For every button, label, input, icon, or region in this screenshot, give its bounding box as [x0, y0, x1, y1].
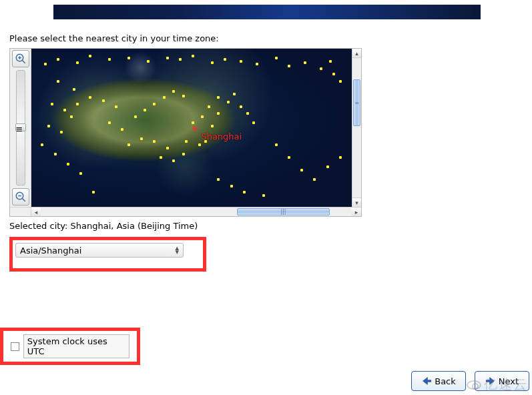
- city-dot[interactable]: [240, 105, 242, 108]
- map-horizontal-scrollbar[interactable]: ◂ ||| ▸: [10, 207, 361, 216]
- dropdown-chevron-icon: ▴▾: [175, 246, 179, 254]
- city-dot[interactable]: [54, 153, 57, 155]
- city-dot[interactable]: [60, 131, 63, 133]
- zoom-slider-thumb[interactable]: ≡: [15, 123, 26, 131]
- city-dot[interactable]: [192, 55, 194, 57]
- city-dot[interactable]: [339, 80, 342, 83]
- city-dot[interactable]: [252, 121, 255, 124]
- city-dot[interactable]: [304, 61, 306, 64]
- city-dot[interactable]: [256, 63, 258, 65]
- city-dot[interactable]: [243, 191, 246, 193]
- city-dot[interactable]: [115, 105, 117, 108]
- arrow-left-icon: [421, 376, 432, 386]
- vertical-scroll-thumb[interactable]: ≡: [353, 79, 360, 126]
- zoom-controls: ≡: [10, 49, 31, 207]
- city-dot[interactable]: [51, 103, 53, 105]
- city-dot[interactable]: [63, 109, 66, 111]
- wizard-nav-buttons: Back Next: [411, 371, 529, 391]
- utc-checkbox-highlight: System clock uses UTC: [0, 328, 140, 365]
- back-button[interactable]: Back: [411, 371, 466, 391]
- city-dot[interactable]: [288, 156, 290, 159]
- zoom-out-icon: [15, 191, 27, 203]
- city-dot[interactable]: [275, 143, 278, 146]
- scroll-down-arrow-icon[interactable]: ▾: [352, 198, 361, 207]
- city-dot[interactable]: [211, 61, 214, 64]
- city-dot[interactable]: [329, 60, 332, 63]
- city-dot[interactable]: [172, 159, 175, 162]
- utc-checkbox-label[interactable]: System clock uses UTC: [23, 334, 129, 358]
- arrow-right-icon: [485, 376, 496, 386]
- selected-city-map-label: Shanghai: [201, 131, 242, 141]
- timezone-map: ≡ ✶Shanghai ▴ ≡ ▾ ◂ |||: [9, 48, 362, 217]
- instruction-text: Please select the nearest city in your t…: [9, 33, 219, 43]
- city-dot[interactable]: [147, 60, 150, 63]
- city-dot[interactable]: [211, 125, 214, 127]
- back-button-label: Back: [435, 376, 456, 386]
- city-dot[interactable]: [153, 103, 156, 105]
- city-dot[interactable]: [224, 58, 226, 61]
- city-dot[interactable]: [79, 172, 82, 175]
- city-dot[interactable]: [127, 57, 130, 59]
- map-canvas[interactable]: ✶Shanghai: [31, 49, 352, 207]
- city-dot[interactable]: [198, 143, 201, 146]
- city-dot[interactable]: [166, 57, 169, 59]
- selected-city-label: Selected city: Shanghai, Asia (Beijing T…: [9, 221, 198, 231]
- city-dot[interactable]: [127, 143, 130, 146]
- city-dot[interactable]: [217, 96, 220, 99]
- city-dot[interactable]: [160, 156, 162, 159]
- city-dot[interactable]: [108, 58, 111, 61]
- city-dot[interactable]: [47, 125, 50, 127]
- city-dot[interactable]: [102, 99, 105, 102]
- city-dot[interactable]: [44, 63, 47, 65]
- city-dot[interactable]: [300, 169, 303, 171]
- city-dot[interactable]: [332, 73, 335, 75]
- city-dot[interactable]: [217, 112, 220, 115]
- city-dot[interactable]: [89, 96, 91, 99]
- city-dot[interactable]: [182, 95, 185, 97]
- city-dot[interactable]: [326, 165, 329, 168]
- city-dot[interactable]: [163, 96, 166, 99]
- city-dot[interactable]: [246, 112, 249, 115]
- horizontal-scroll-thumb[interactable]: |||: [237, 208, 330, 216]
- city-dot[interactable]: [108, 121, 111, 124]
- horizontal-scroll-track[interactable]: |||: [41, 208, 352, 216]
- city-dot[interactable]: [230, 185, 233, 187]
- city-dot[interactable]: [201, 115, 204, 118]
- city-dot[interactable]: [182, 153, 185, 155]
- city-dot[interactable]: [172, 90, 175, 93]
- city-dot[interactable]: [76, 61, 79, 64]
- city-dot[interactable]: [140, 137, 143, 140]
- city-dot[interactable]: [339, 156, 342, 159]
- city-dot[interactable]: [57, 58, 59, 61]
- selected-city-marker[interactable]: ✶: [191, 123, 199, 134]
- city-dot[interactable]: [166, 147, 169, 149]
- city-dot[interactable]: [76, 103, 79, 105]
- scroll-up-arrow-icon[interactable]: ▴: [352, 49, 361, 58]
- map-vertical-scrollbar[interactable]: ▴ ≡ ▾: [352, 49, 361, 207]
- zoom-out-button[interactable]: [12, 188, 29, 206]
- utc-checkbox[interactable]: [11, 342, 19, 351]
- city-dot[interactable]: [262, 194, 265, 197]
- scroll-left-arrow-icon[interactable]: ◂: [31, 208, 41, 216]
- city-dot[interactable]: [320, 67, 322, 70]
- zoom-in-button[interactable]: [12, 50, 29, 67]
- next-button[interactable]: Next: [475, 371, 529, 391]
- next-button-label: Next: [499, 376, 519, 386]
- zoom-in-icon: [15, 53, 27, 65]
- timezone-dropdown[interactable]: Asia/Shanghai ▴▾: [15, 243, 184, 258]
- city-dot[interactable]: [288, 65, 290, 67]
- city-dot[interactable]: [70, 115, 73, 118]
- city-dot[interactable]: [240, 60, 242, 63]
- city-dot[interactable]: [179, 58, 182, 61]
- city-dot[interactable]: [275, 57, 278, 59]
- city-dot[interactable]: [227, 101, 230, 103]
- city-dot[interactable]: [67, 163, 69, 165]
- city-dot[interactable]: [134, 115, 137, 118]
- city-dot[interactable]: [121, 128, 123, 131]
- city-dot[interactable]: [208, 105, 210, 108]
- scroll-right-arrow-icon[interactable]: ▸: [352, 208, 361, 216]
- city-dot[interactable]: [92, 191, 95, 193]
- city-dot[interactable]: [144, 109, 146, 111]
- city-dot[interactable]: [41, 143, 43, 146]
- zoom-slider[interactable]: ≡: [16, 70, 25, 185]
